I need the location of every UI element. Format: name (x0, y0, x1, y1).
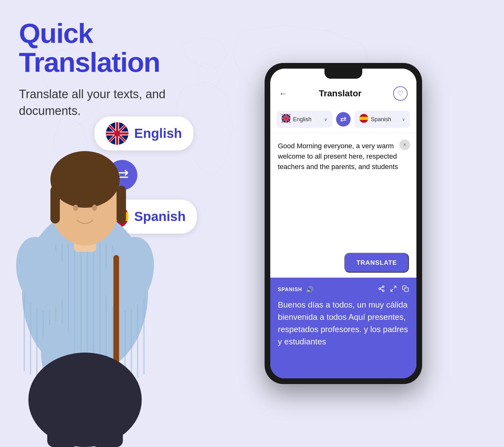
svg-line-48 (381, 287, 382, 288)
svg-rect-39 (47, 384, 79, 447)
svg-line-50 (391, 289, 393, 291)
expand-icon[interactable] (390, 285, 397, 294)
output-action-icons (378, 285, 409, 294)
uk-flag-small (282, 114, 290, 125)
svg-rect-40 (91, 384, 123, 447)
left-panel: Quick Translation Translate all your tex… (0, 0, 202, 447)
input-text: Good Morning everyone, a very warm welco… (278, 141, 409, 248)
svg-rect-29 (117, 186, 126, 224)
svg-rect-43 (359, 117, 368, 120)
hero-subtitle: Translate all your texts, and documents. (19, 86, 186, 119)
language-selector-bar: English ∨ (270, 106, 416, 133)
phone-screen: ← Translator ♡ (270, 69, 416, 378)
spain-flag-small (359, 114, 368, 125)
svg-line-49 (394, 286, 396, 288)
target-language-label: Spanish (371, 116, 391, 123)
target-chevron-icon: ∨ (402, 117, 405, 122)
svg-point-31 (92, 205, 97, 211)
svg-rect-51 (404, 288, 408, 291)
output-area: SPANISH 🔊 (270, 278, 416, 378)
translate-button[interactable]: TRANSLATE (344, 253, 409, 273)
swap-languages-btn[interactable] (336, 112, 351, 127)
svg-point-27 (50, 151, 120, 208)
phone-notch (324, 69, 362, 79)
svg-point-38 (28, 353, 142, 447)
svg-line-47 (381, 289, 382, 290)
output-language-label: SPANISH (278, 287, 302, 292)
source-chevron-icon: ∨ (324, 117, 327, 122)
person-image (0, 116, 176, 447)
clear-button[interactable]: × (399, 139, 410, 150)
source-language-btn[interactable]: English ∨ (277, 111, 332, 128)
phone-mockup: ← Translator ♡ (265, 63, 422, 384)
heart-icon: ♡ (397, 89, 404, 98)
share-icon[interactable] (378, 285, 385, 294)
copy-icon[interactable] (402, 285, 409, 294)
clear-icon: × (403, 142, 406, 148)
hero-title: Quick Translation (19, 19, 186, 77)
output-text: Buenos días a todos, un muy cálida bienv… (278, 299, 409, 348)
input-area[interactable]: × Good Morning everyone, a very warm wel… (270, 133, 416, 278)
sound-icon[interactable]: 🔊 (306, 286, 314, 293)
output-header: SPANISH 🔊 (278, 285, 409, 294)
svg-rect-28 (50, 186, 60, 224)
right-panel: ← Translator ♡ (202, 0, 504, 447)
favorite-button[interactable]: ♡ (393, 86, 408, 101)
target-language-btn[interactable]: Spanish ∨ (354, 111, 410, 128)
back-button[interactable]: ← (279, 89, 287, 99)
phone-title: Translator (319, 88, 361, 99)
source-language-label: English (293, 116, 312, 123)
svg-point-30 (73, 205, 78, 211)
